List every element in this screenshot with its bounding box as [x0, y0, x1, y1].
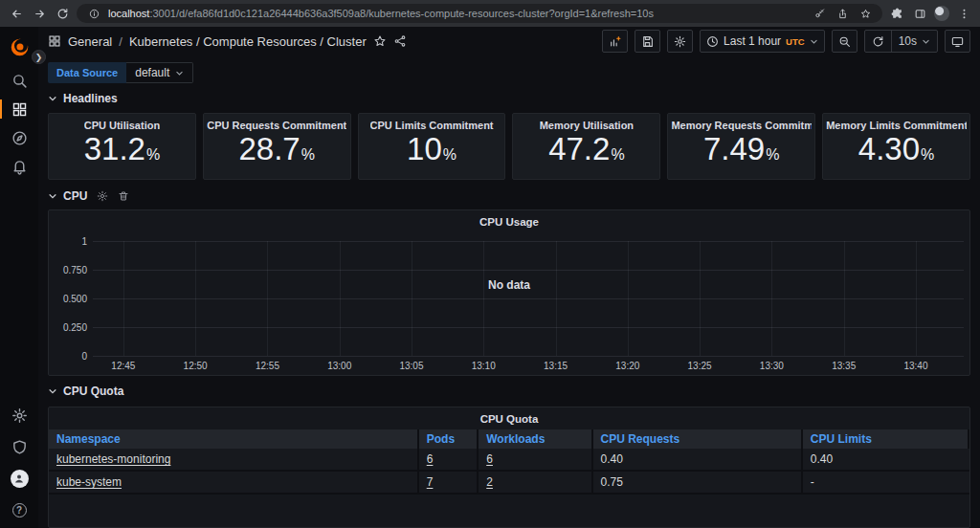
site-info-icon[interactable] — [85, 5, 102, 22]
pods-link[interactable]: 7 — [427, 475, 434, 489]
section-cpu[interactable]: CPU — [48, 188, 970, 204]
url-host: localhost — [108, 8, 149, 19]
section-cpu-quota[interactable]: CPU Quota — [48, 384, 970, 399]
y-axis-labels: 1 0.750 0.500 0.250 0 — [49, 241, 87, 356]
server-admin-shield-icon[interactable] — [0, 432, 38, 461]
table-row: kubernetes-monitoring 6 6 0.40 0.40 — [49, 449, 969, 472]
section-cpu-quota-title: CPU Quota — [63, 385, 123, 398]
refresh-button[interactable] — [865, 31, 891, 52]
main-content: General / Kubernetes / Compute Resources… — [38, 27, 980, 528]
breadcrumb-dashboard-title[interactable]: Kubernetes / Compute Resources / Cluster — [129, 34, 367, 49]
x-tick: 13:25 — [688, 361, 712, 371]
cpu-limits-value: 0.40 — [803, 449, 969, 470]
stat-value: 28.7 — [239, 133, 301, 166]
datasource-variable-dropdown[interactable]: default — [126, 62, 193, 83]
stat-title: CPU Utilisation — [84, 120, 160, 131]
namespace-link[interactable]: kube-system — [56, 475, 122, 489]
column-header-cpu-limits[interactable]: CPU Limits — [803, 429, 969, 449]
share-dashboard-icon[interactable] — [393, 34, 407, 48]
stat-title: Memory Requests Commitm... — [671, 120, 812, 131]
pods-link[interactable]: 6 — [427, 452, 434, 466]
y-tick: 1 — [81, 236, 87, 247]
cpu-requests-value: 0.40 — [593, 449, 803, 470]
stat-value: 4.30 — [858, 133, 920, 166]
stat-panel-memory-limits[interactable]: Memory Limits Commitment 4.30% — [822, 113, 970, 180]
chevron-down-icon — [48, 191, 57, 201]
breadcrumb-separator: / — [119, 34, 122, 49]
stat-panel-memory-requests[interactable]: Memory Requests Commitm... 7.49% — [667, 113, 815, 180]
sidebar-bottom: ? — [0, 401, 38, 528]
favorite-star-icon[interactable] — [373, 34, 387, 48]
stat-value: 47.2 — [548, 133, 610, 166]
column-header-workloads[interactable]: Workloads — [479, 429, 592, 449]
row-delete-trash-icon[interactable] — [118, 190, 129, 202]
workloads-link[interactable]: 2 — [486, 475, 493, 489]
share-icon[interactable] — [834, 5, 851, 22]
cpu-limits-value: - — [803, 472, 969, 493]
stat-panel-cpu-limits[interactable]: CPU Limits Commitment 10% — [358, 113, 506, 180]
zoom-out-button[interactable] — [832, 30, 858, 53]
extensions-icon[interactable] — [888, 5, 905, 22]
add-panel-button[interactable] — [602, 30, 628, 53]
help-icon[interactable]: ? — [0, 495, 38, 524]
refresh-interval-dropdown[interactable]: 10s — [891, 31, 937, 52]
x-tick: 12:50 — [184, 361, 208, 371]
stat-panel-memory-utilisation[interactable]: Memory Utilisation 47.2% — [512, 113, 660, 180]
navbar-actions: Last 1 hour UTC 10s — [602, 30, 970, 53]
url-text: localhost:3001/d/efa86fd1d0c121a26444b63… — [108, 8, 805, 19]
stat-title: Memory Utilisation — [540, 120, 634, 131]
section-headlines-title: Headlines — [63, 92, 118, 105]
back-icon[interactable] — [8, 5, 25, 22]
stat-panel-cpu-utilisation[interactable]: CPU Utilisation 31.2% — [48, 113, 196, 180]
stat-unit: % — [766, 147, 779, 164]
stat-panel-cpu-requests[interactable]: CPU Requests Commitment 28.7% — [203, 113, 351, 180]
breadcrumb-folder[interactable]: General — [68, 34, 112, 49]
search-icon[interactable] — [0, 66, 38, 95]
profile-avatar[interactable] — [934, 6, 949, 21]
column-header-cpu-requests[interactable]: CPU Requests — [593, 429, 803, 449]
dashboard-settings-button[interactable] — [667, 30, 693, 53]
column-header-pods[interactable]: Pods — [419, 429, 479, 449]
cpu-usage-panel[interactable]: CPU Usage 1 0.750 0.500 0.250 0 12:45 12… — [48, 209, 970, 376]
datasource-variable-label: Data Source — [48, 62, 126, 83]
alerting-bell-icon[interactable] — [0, 152, 38, 181]
save-dashboard-button[interactable] — [635, 30, 660, 53]
password-key-icon[interactable] — [811, 5, 828, 22]
sidebar: ? — [0, 27, 38, 528]
configuration-gear-icon[interactable] — [0, 401, 38, 429]
y-tick: 0.750 — [63, 265, 87, 275]
datasource-variable-value: default — [135, 66, 169, 79]
time-range-label: Last 1 hour — [724, 34, 781, 48]
dashboards-icon[interactable] — [0, 95, 38, 123]
stat-unit: % — [611, 147, 624, 164]
menu-dots-icon[interactable] — [955, 5, 972, 22]
refresh-interval-label: 10s — [899, 34, 917, 48]
plot-area — [93, 241, 964, 356]
explore-compass-icon[interactable] — [0, 123, 38, 152]
x-tick: 13:30 — [760, 361, 784, 371]
dashboard-variables: Data Source default — [48, 55, 970, 83]
section-headlines[interactable]: Headlines — [48, 91, 970, 106]
reload-icon[interactable] — [54, 5, 71, 22]
browser-toolbar: localhost:3001/d/efa86fd1d0c121a26444b63… — [0, 0, 980, 27]
bookmark-star-icon[interactable] — [857, 5, 874, 22]
stat-value: 31.2 — [84, 133, 145, 166]
address-bar[interactable]: localhost:3001/d/efa86fd1d0c121a26444b63… — [77, 4, 882, 23]
cpu-quota-panel: CPU Quota Namespace Pods Workloads CPU R… — [48, 407, 970, 528]
x-tick: 13:35 — [832, 361, 856, 371]
user-avatar-icon[interactable] — [0, 464, 38, 493]
forward-icon[interactable] — [31, 5, 48, 22]
sidebar-expand-chevron[interactable]: ❯ — [32, 50, 46, 64]
stat-title: CPU Limits Commitment — [370, 120, 494, 131]
row-settings-gear-icon[interactable] — [97, 190, 108, 202]
kiosk-tv-button[interactable] — [945, 30, 970, 53]
workloads-link[interactable]: 6 — [486, 452, 493, 466]
column-header-namespace[interactable]: Namespace — [49, 429, 419, 449]
y-tick: 0.250 — [63, 322, 87, 333]
stat-unit: % — [146, 147, 160, 164]
time-range-picker[interactable]: Last 1 hour UTC — [700, 30, 825, 53]
y-tick: 0 — [81, 351, 87, 362]
namespace-link[interactable]: kubernetes-monitoring — [56, 452, 170, 466]
side-panel-icon[interactable] — [911, 5, 928, 22]
x-tick: 13:15 — [544, 361, 568, 371]
